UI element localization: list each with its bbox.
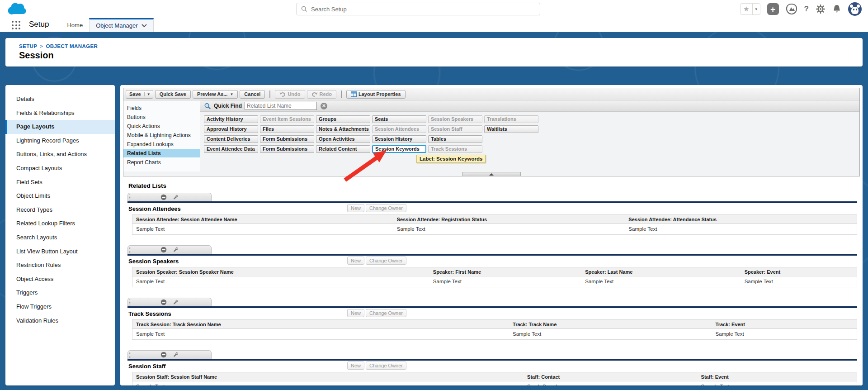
palette-item-session-keywords[interactable]: Session Keywords [372, 145, 426, 153]
layout-properties-button[interactable]: Layout Properties [346, 90, 406, 99]
related-list-title-bar: Session StaffNewChange Owner [127, 361, 857, 372]
notifications-bell-icon[interactable] [832, 4, 841, 14]
cancel-button[interactable]: Cancel [240, 90, 265, 99]
sidebar-item-fields-relationships[interactable]: Fields & Relationships [5, 106, 115, 120]
sidebar-item-validation-rules[interactable]: Validation Rules [5, 314, 115, 328]
palette-item-form-submissions[interactable]: Form Submissions [260, 145, 314, 153]
palette-category-fields[interactable]: Fields [123, 104, 200, 112]
page-title: Session [19, 50, 863, 61]
sidebar-item-buttons-links-and-actions[interactable]: Buttons, Links, and Actions [5, 147, 115, 162]
quick-find-input[interactable] [245, 102, 317, 110]
search-input[interactable] [311, 6, 540, 13]
related-list-title-bar: Session AttendeesNewChange Owner [127, 203, 857, 214]
palette-category-quick-actions[interactable]: Quick Actions [123, 122, 200, 130]
sidebar-item-page-layouts[interactable]: Page Layouts [5, 120, 115, 134]
preview-as-label: Preview As... [197, 91, 227, 97]
tab-object-manager[interactable]: Object Manager [89, 18, 154, 32]
palette-item-approval-history[interactable]: Approval History [204, 125, 258, 133]
wrench-properties-icon[interactable] [172, 299, 179, 305]
sidebar-item-lightning-record-pages[interactable]: Lightning Record Pages [5, 134, 115, 148]
related-list-drag-tab[interactable] [127, 193, 212, 201]
new-button: New [347, 204, 364, 212]
chevron-down-icon [142, 24, 147, 27]
palette-item-event-attendee-data[interactable]: Event Attendee Data [204, 145, 258, 153]
sample-cell: Sample Text [429, 276, 581, 287]
app-launcher-icon[interactable] [12, 21, 21, 30]
sidebar-item-list-view-button-layout[interactable]: List View Button Layout [5, 245, 115, 259]
palette-item-waitlists[interactable]: Waitlists [484, 125, 538, 133]
palette-item-seats[interactable]: Seats [372, 115, 426, 123]
sample-cell: Sample Text [132, 381, 524, 385]
sample-cell: Sample Text [698, 381, 857, 385]
save-dropdown-icon[interactable]: ▼ [144, 92, 153, 96]
wrench-properties-icon[interactable] [172, 352, 179, 358]
undo-label: Undo [288, 91, 300, 97]
related-list-track-sessions: Track SessionsNewChange OwnerTrack Sessi… [127, 298, 857, 340]
column-header: Track: Event [712, 320, 857, 328]
sidebar-item-triggers[interactable]: Triggers [5, 286, 115, 300]
user-avatar[interactable] [848, 2, 862, 16]
salesforce-logo-icon[interactable] [5, 1, 29, 17]
favorites-control[interactable]: ★ ▼ [740, 3, 760, 15]
sidebar-item-field-sets[interactable]: Field Sets [5, 176, 115, 190]
palette-item-groups[interactable]: Groups [316, 115, 370, 123]
sidebar-item-restriction-rules[interactable]: Restriction Rules [5, 258, 115, 272]
related-list-title-bar: Track SessionsNewChange Owner [127, 308, 857, 319]
column-header: Session Staff: Session Staff Name [132, 372, 524, 381]
global-header: ★ ▼ + ? [0, 0, 868, 18]
palette-category-mobile-lightning-actions[interactable]: Mobile & Lightning Actions [123, 131, 200, 139]
remove-minus-icon[interactable] [160, 247, 167, 253]
palette-grid: Activity HistoryEvent Item SessionsGroup… [200, 112, 859, 155]
sample-cell: Sample Text [132, 276, 429, 287]
related-list-title: Session Speakers [127, 258, 179, 265]
palette-item-notes-attachments[interactable]: Notes & Attachments [316, 125, 370, 133]
quick-create-plus-icon[interactable]: + [767, 3, 779, 15]
wrench-properties-icon[interactable] [172, 194, 179, 200]
quick-save-button[interactable]: Quick Save [155, 90, 191, 99]
wrench-properties-icon[interactable] [172, 247, 179, 253]
sidebar-item-record-types[interactable]: Record Types [5, 203, 115, 217]
preview-as-button[interactable]: Preview As... ▼ [193, 90, 238, 99]
favorites-star-icon[interactable]: ★ [741, 4, 752, 14]
sidebar-item-flow-triggers[interactable]: Flow Triggers [5, 300, 115, 314]
sidebar-item-related-lookup-filters[interactable]: Related Lookup Filters [5, 217, 115, 231]
palette-item-related-content[interactable]: Related Content [316, 145, 370, 153]
sidebar-item-compact-layouts[interactable]: Compact Layouts [5, 162, 115, 176]
breadcrumb-object-manager-link[interactable]: OBJECT MANAGER [46, 43, 98, 49]
related-list-drag-tab[interactable] [127, 245, 212, 254]
related-list-drag-tab[interactable] [127, 350, 212, 359]
sample-cell: Sample Text [393, 224, 625, 234]
palette-item-content-deliveries[interactable]: Content Deliveries [204, 135, 258, 143]
palette-category-buttons[interactable]: Buttons [123, 113, 200, 121]
palette-item-files[interactable]: Files [260, 125, 314, 133]
quick-find-clear-icon[interactable]: ✕ [321, 103, 327, 109]
sidebar-item-object-access[interactable]: Object Access [5, 272, 115, 286]
palette-category-related-lists[interactable]: Related Lists [123, 149, 200, 157]
table-sample-row: Sample TextSample TextSample Text [132, 224, 857, 234]
save-button[interactable]: Save ▼ [126, 90, 153, 99]
palette-item-session-history[interactable]: Session History [372, 135, 426, 143]
help-icon[interactable]: ? [804, 5, 809, 14]
tab-home[interactable]: Home [61, 18, 89, 32]
remove-minus-icon[interactable] [160, 352, 167, 358]
trailhead-icon[interactable] [786, 4, 797, 14]
sidebar-nav: DetailsFields & RelationshipsPage Layout… [5, 92, 115, 328]
palette-category-report-charts[interactable]: Report Charts [123, 158, 200, 166]
setup-gear-icon[interactable] [816, 4, 826, 14]
remove-minus-icon[interactable] [160, 299, 167, 305]
related-list-table: Session Staff: Session Staff NameStaff: … [132, 372, 857, 385]
palette-item-tables[interactable]: Tables [428, 135, 482, 143]
breadcrumb-setup-link[interactable]: SETUP [19, 43, 37, 49]
sidebar-item-object-limits[interactable]: Object Limits [5, 189, 115, 203]
favorites-dropdown-icon[interactable]: ▼ [752, 4, 760, 14]
sidebar-item-details[interactable]: Details [5, 92, 115, 106]
remove-minus-icon[interactable] [160, 194, 167, 200]
palette-item-form-submissions[interactable]: Form Submissions [260, 135, 314, 143]
sidebar-item-search-layouts[interactable]: Search Layouts [5, 231, 115, 245]
global-search[interactable] [296, 3, 540, 15]
palette-item-open-activities[interactable]: Open Activities [316, 135, 370, 143]
palette-category-expanded-lookups[interactable]: Expanded Lookups [123, 140, 200, 148]
palette-item-activity-history[interactable]: Activity History [204, 115, 258, 123]
related-list-drag-tab[interactable] [127, 298, 212, 306]
palette-collapse-handle[interactable] [462, 172, 521, 176]
